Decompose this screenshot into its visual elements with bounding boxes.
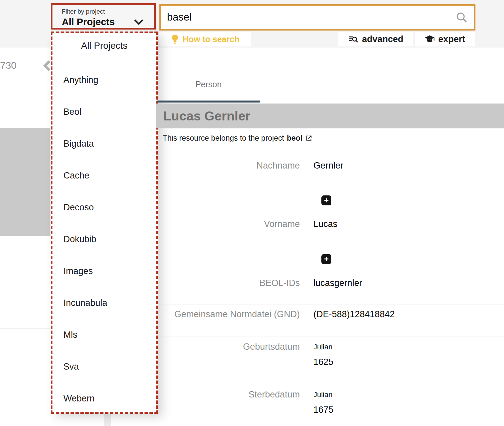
advanced-search-button[interactable]: advanced: [338, 32, 413, 46]
property-label: Geburtsdatum: [156, 342, 300, 352]
results-divider: [0, 85, 50, 85]
advanced-search-icon: [348, 35, 359, 44]
property-label: Nachname: [156, 161, 300, 171]
property-divider: [158, 214, 504, 214]
results-divider: [0, 417, 103, 417]
search-input[interactable]: [161, 11, 455, 23]
lightbulb-icon: [171, 34, 179, 44]
dropdown-option[interactable]: Cache: [63, 171, 89, 181]
open-in-new-icon[interactable]: [305, 135, 312, 142]
project-filter-dropdown-panel: All Projects Anything Beol Bigdata Cache…: [51, 32, 158, 414]
results-scrollbar[interactable]: [104, 413, 111, 426]
dropdown-option[interactable]: Dokubib: [63, 234, 96, 245]
property-divider: [158, 305, 504, 305]
dropdown-divider: [52, 64, 156, 64]
resource-title-band: Lucas Gernler: [156, 104, 504, 128]
advanced-search-label: advanced: [362, 34, 403, 44]
belongs-text: This resource belongs to the project: [163, 134, 284, 143]
selected-result-highlight[interactable]: [0, 128, 50, 236]
dropdown-option[interactable]: Mls: [63, 330, 77, 340]
chevron-down-icon[interactable]: [133, 18, 145, 26]
property-divider: [158, 336, 504, 336]
project-filter-select[interactable]: All Projects: [62, 17, 115, 28]
expert-school-icon: [424, 34, 435, 44]
dropdown-option[interactable]: Decoso: [63, 202, 94, 213]
project-belongs-line: This resource belongs to the project beo…: [163, 134, 312, 143]
dropdown-option[interactable]: Webern: [63, 393, 95, 404]
property-value: Lucas: [313, 219, 337, 229]
expert-search-label: expert: [438, 34, 465, 44]
project-link[interactable]: beol: [287, 134, 302, 143]
dropdown-option[interactable]: Incunabula: [63, 298, 107, 308]
dropdown-option[interactable]: Bigdata: [63, 139, 94, 149]
expert-search-button[interactable]: expert: [415, 32, 475, 46]
active-tab-underline: [157, 101, 260, 103]
property-value: (DE-588)128418842: [313, 309, 395, 320]
property-value: lucasgernler: [313, 278, 362, 288]
property-value: 1625: [313, 357, 333, 367]
property-label: Vorname: [156, 219, 300, 229]
property-label: BEOL-IDs: [156, 278, 300, 288]
dropdown-option[interactable]: Anything: [63, 75, 98, 85]
fulltext-search-bar: [159, 4, 475, 31]
results-count-fragment: 730: [0, 60, 17, 71]
property-label: Sterbedatum: [156, 390, 300, 400]
property-calendar: Julian: [313, 390, 332, 399]
property-divider: [158, 273, 504, 273]
add-value-button[interactable]: +: [321, 195, 331, 205]
add-value-button[interactable]: +: [321, 254, 331, 264]
dropdown-option[interactable]: Images: [63, 266, 93, 276]
property-value: Gernler: [313, 161, 343, 171]
resource-title: Lucas Gernler: [156, 109, 250, 123]
property-divider: [158, 384, 504, 384]
property-calendar: Julian: [313, 343, 332, 351]
search-icon[interactable]: [455, 11, 468, 24]
how-to-search-label: How to search: [183, 35, 239, 44]
property-label: Gemeinsame Normdatei (GND): [156, 309, 300, 320]
project-filter-label: Filter by project: [62, 8, 105, 15]
dropdown-option-all-projects[interactable]: All Projects: [52, 40, 156, 51]
results-divider: [0, 328, 50, 329]
property-value: 1675: [313, 405, 333, 415]
tab-person[interactable]: Person: [157, 80, 260, 89]
dropdown-option[interactable]: Beol: [63, 107, 81, 117]
how-to-search-hint[interactable]: How to search: [159, 32, 251, 46]
dropdown-option[interactable]: Sva: [63, 362, 79, 372]
